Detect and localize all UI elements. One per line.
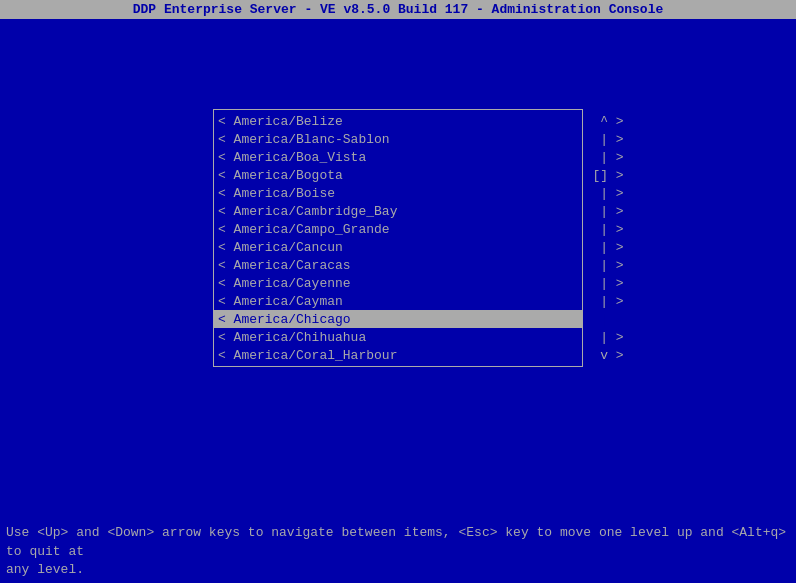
list-item[interactable]: < America/Boise | > [214,184,582,202]
list-item[interactable]: < America/Campo_Grande | > [214,220,582,238]
title-text: DDP Enterprise Server - VE v8.5.0 Build … [133,2,664,17]
status-line1: Use <Up> and <Down> arrow keys to naviga… [6,524,790,560]
list-item[interactable]: < America/Blanc-Sablon | > [214,130,582,148]
list-item[interactable]: < America/Cayman | > [214,292,582,310]
list-item[interactable]: < America/Cambridge_Bay | > [214,202,582,220]
status-bar: Use <Up> and <Down> arrow keys to naviga… [0,520,796,583]
list-item[interactable]: < America/Cancun | > [214,238,582,256]
timezone-list[interactable]: < America/Belize ^ >< America/Blanc-Sabl… [213,109,583,367]
list-item[interactable]: < America/Belize ^ > [214,112,582,130]
main-content: < America/Belize ^ >< America/Blanc-Sabl… [0,19,796,367]
list-item[interactable]: < America/Cayenne | > [214,274,582,292]
list-item[interactable]: < America/Caracas | > [214,256,582,274]
list-item[interactable]: < America/Chihuahua | > [214,328,582,346]
title-bar: DDP Enterprise Server - VE v8.5.0 Build … [0,0,796,19]
list-item[interactable]: < America/Boa_Vista | > [214,148,582,166]
list-item[interactable]: < America/Coral_Harbour v > [214,346,582,364]
list-item[interactable]: < America/Bogota [] > [214,166,582,184]
status-line2: any level. [6,561,790,579]
list-item[interactable]: < America/Chicago | > [214,310,582,328]
